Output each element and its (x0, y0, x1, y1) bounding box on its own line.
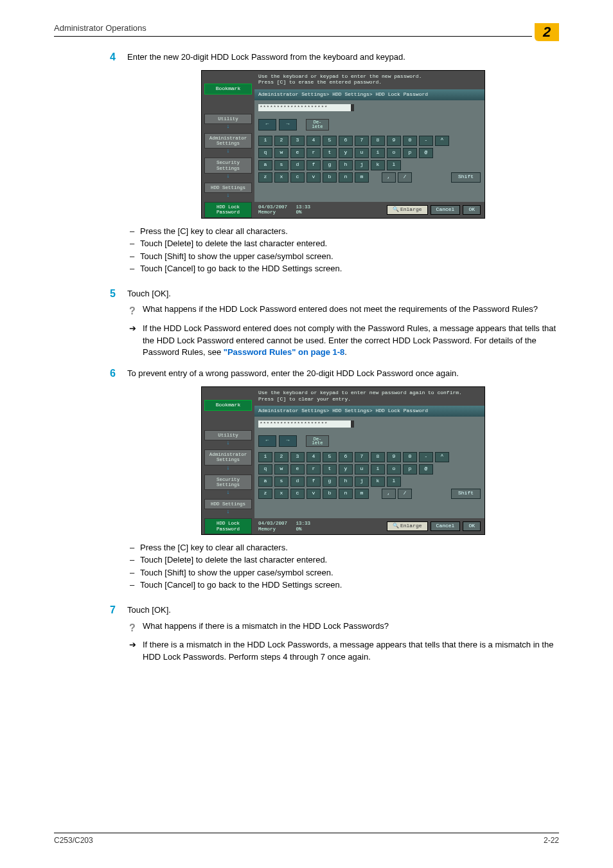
password-rules-link[interactable]: "Password Rules" on page 1-8 (224, 347, 345, 357)
key[interactable]: f (306, 476, 321, 487)
side-admin-settings[interactable]: Administrator Settings (204, 449, 252, 466)
key[interactable]: e (290, 148, 305, 158)
enlarge-button[interactable]: 🔍Enlarge (387, 521, 428, 531)
ok-button[interactable]: OK (463, 205, 481, 215)
key[interactable]: 2 (274, 136, 289, 146)
key[interactable]: k (371, 476, 385, 487)
side-utility[interactable]: Utility (204, 114, 252, 124)
key[interactable]: 4 (306, 136, 321, 146)
key[interactable]: 0 (403, 452, 417, 462)
key[interactable]: p (403, 464, 417, 475)
key[interactable]: 9 (387, 136, 401, 146)
side-hdd-settings[interactable]: HDD Settings (204, 183, 252, 193)
key[interactable]: - (419, 452, 433, 462)
key[interactable]: k (371, 160, 385, 170)
key[interactable]: b (323, 489, 337, 499)
key[interactable]: @ (419, 148, 433, 158)
key[interactable]: 8 (371, 452, 385, 462)
cursor-right-button[interactable]: → (279, 119, 297, 131)
key[interactable]: z (258, 489, 272, 499)
key[interactable]: 3 (290, 452, 305, 462)
key[interactable]: ^ (435, 452, 449, 462)
key[interactable]: s (274, 160, 289, 170)
key[interactable]: 5 (323, 452, 337, 462)
key[interactable]: i (371, 464, 385, 475)
key[interactable]: 0 (403, 136, 417, 146)
cancel-button[interactable]: Cancel (431, 521, 461, 531)
key[interactable]: w (274, 464, 289, 475)
key[interactable]: y (339, 464, 353, 475)
key[interactable]: u (355, 464, 369, 475)
key[interactable]: 7 (355, 136, 369, 146)
key[interactable]: d (290, 160, 305, 170)
key[interactable]: q (258, 148, 272, 158)
key[interactable]: - (419, 136, 433, 146)
key[interactable]: , (382, 172, 396, 183)
key[interactable]: l (387, 476, 401, 487)
key[interactable]: v (306, 172, 321, 183)
key[interactable]: a (258, 476, 272, 487)
key[interactable]: e (290, 464, 305, 475)
bookmark-button[interactable]: Bookmark (204, 84, 252, 95)
cancel-button[interactable]: Cancel (431, 205, 461, 215)
bookmark-button[interactable]: Bookmark (204, 400, 252, 411)
key[interactable]: y (339, 148, 353, 158)
delete-button[interactable]: De- lete (306, 119, 329, 131)
side-hdd-lock-password[interactable]: HDD Lock Password (204, 518, 252, 534)
key[interactable]: d (290, 476, 305, 487)
key[interactable]: u (355, 148, 369, 158)
key[interactable]: s (274, 476, 289, 487)
key[interactable]: 6 (339, 136, 353, 146)
key[interactable]: r (306, 148, 321, 158)
password-field[interactable]: ******************** (258, 104, 354, 111)
key[interactable]: a (258, 160, 272, 170)
side-security-settings[interactable]: Security Settings (204, 158, 252, 174)
key[interactable]: 1 (258, 136, 272, 146)
key[interactable]: t (323, 464, 337, 475)
cursor-right-button[interactable]: → (279, 435, 297, 447)
key[interactable]: p (403, 148, 417, 158)
key[interactable]: v (306, 489, 321, 499)
key[interactable]: q (258, 464, 272, 475)
key[interactable]: , (382, 489, 396, 499)
side-hdd-lock-password[interactable]: HDD Lock Password (204, 202, 252, 218)
side-utility[interactable]: Utility (204, 430, 252, 440)
key[interactable]: h (339, 476, 353, 487)
cursor-left-button[interactable]: ← (258, 119, 276, 131)
key[interactable]: @ (419, 464, 433, 475)
shift-button[interactable]: Shift (451, 489, 481, 499)
cursor-left-button[interactable]: ← (258, 435, 276, 447)
key[interactable]: n (339, 489, 353, 499)
key[interactable]: ^ (435, 136, 449, 146)
side-hdd-settings[interactable]: HDD Settings (204, 499, 252, 509)
side-admin-settings[interactable]: Administrator Settings (204, 133, 252, 149)
key[interactable]: 9 (387, 452, 401, 462)
key[interactable]: f (306, 160, 321, 170)
key[interactable]: h (339, 160, 353, 170)
key[interactable]: 2 (274, 452, 289, 462)
key[interactable]: 3 (290, 136, 305, 146)
enlarge-button[interactable]: 🔍Enlarge (387, 205, 428, 215)
ok-button[interactable]: OK (463, 521, 481, 531)
key[interactable]: 4 (306, 452, 321, 462)
key[interactable]: c (290, 172, 305, 183)
key[interactable]: g (323, 160, 337, 170)
key[interactable]: z (258, 172, 272, 183)
key[interactable]: 6 (339, 452, 353, 462)
key[interactable]: j (355, 160, 369, 170)
key[interactable]: 7 (355, 452, 369, 462)
key[interactable]: b (323, 172, 337, 183)
key[interactable]: c (290, 489, 305, 499)
delete-button[interactable]: De- lete (306, 435, 329, 447)
key[interactable]: j (355, 476, 369, 487)
key[interactable]: r (306, 464, 321, 475)
key[interactable]: m (355, 489, 369, 499)
key[interactable]: o (387, 464, 401, 475)
password-field[interactable]: ******************** (258, 420, 354, 428)
key[interactable]: o (387, 148, 401, 158)
shift-button[interactable]: Shift (451, 172, 481, 183)
key[interactable]: g (323, 476, 337, 487)
key[interactable]: / (398, 172, 412, 183)
key[interactable]: m (355, 172, 369, 183)
key[interactable]: x (274, 172, 289, 183)
